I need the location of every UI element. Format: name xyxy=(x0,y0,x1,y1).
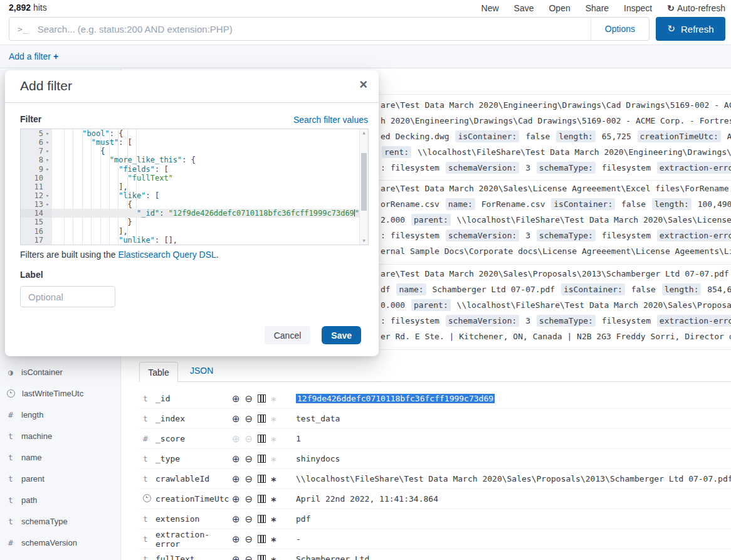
filter-for-value-icon[interactable]: ⊕ xyxy=(232,453,240,465)
filter-section-label: Filter xyxy=(20,114,41,124)
filter-for-value-icon[interactable]: ⊕ xyxy=(232,514,240,525)
filter-for-value-icon[interactable]: ⊕ xyxy=(232,494,240,505)
filter-out-value-icon[interactable]: ⊖ xyxy=(245,514,253,525)
field-badge: schemaVersion: xyxy=(446,162,520,174)
field-actions: ⊕⊖* xyxy=(232,393,290,404)
filter-query-editor[interactable]: 5▾6▾7▾8▾9▾101112▾13▾14151617 "bool": { "… xyxy=(20,129,369,245)
editor-scrollbar[interactable]: ▲ ▼ xyxy=(359,129,368,245)
refresh-button[interactable]: ↻ Refresh xyxy=(656,17,725,41)
filter-field-present-icon[interactable]: * xyxy=(271,499,276,505)
toggle-column-icon[interactable] xyxy=(258,394,266,403)
sidebar-field-schemaVersion[interactable]: #schemaVersion xyxy=(0,532,120,553)
line-number: 5 xyxy=(39,129,43,138)
filter-field-present-icon[interactable]: * xyxy=(271,478,276,485)
toggle-column-icon[interactable] xyxy=(258,455,266,463)
search-options-button[interactable]: Options xyxy=(591,18,649,40)
filter-out-value-icon[interactable]: ⊖ xyxy=(245,453,253,465)
sidebar-field-name[interactable]: tname xyxy=(0,446,120,468)
filter-for-value-icon[interactable]: ⊕ xyxy=(232,534,240,545)
toggle-column-icon[interactable] xyxy=(258,555,266,560)
filter-out-value-icon[interactable]: ⊖ xyxy=(245,494,253,505)
add-filter-link[interactable]: Add a filter+ xyxy=(9,51,58,61)
sidebar-field-schemaType[interactable]: tschemaType xyxy=(0,510,120,532)
hit-text-line: 2.000 parent: \\localhost\FileShare\Test… xyxy=(381,212,731,228)
sidebar-field-machine[interactable]: tmachine xyxy=(0,425,120,446)
nav-save-button[interactable]: Save xyxy=(514,3,534,13)
gutter-line: 8▾ xyxy=(21,156,52,164)
hit-text: \\localhost\FileShare\Test Data March 20… xyxy=(452,300,731,310)
sidebar-field-parent[interactable]: tparent xyxy=(0,468,120,489)
field-actions: ⊕⊖* xyxy=(232,453,290,465)
toggle-column-icon[interactable] xyxy=(258,495,266,503)
filter-for-value-icon[interactable]: ⊕ xyxy=(232,433,240,445)
filter-out-value-icon[interactable]: ⊖ xyxy=(245,433,253,445)
hit-text: 65,725 xyxy=(597,132,636,141)
toggle-column-icon[interactable] xyxy=(258,415,266,423)
filter-field-present-icon[interactable]: * xyxy=(271,438,276,445)
sidebar-field-lastWriteTimeUtc[interactable]: lastWriteTimeUtc xyxy=(0,383,120,404)
toggle-column-icon[interactable] xyxy=(258,535,266,543)
sidebar-field-length[interactable]: #length xyxy=(0,404,120,425)
filter-field-present-icon[interactable]: * xyxy=(271,539,276,545)
nav-share-button[interactable]: Share xyxy=(586,3,609,13)
search-input[interactable] xyxy=(36,23,591,35)
code-line: { xyxy=(52,147,359,156)
doc-field-row-crawlableId: tcrawlableId⊕⊖*\\localhost\FileShare\Tes… xyxy=(139,469,731,489)
filter-for-value-icon[interactable]: ⊕ xyxy=(232,473,240,485)
filter-label-input[interactable] xyxy=(20,286,115,307)
filter-out-value-icon[interactable]: ⊖ xyxy=(245,393,253,404)
nav-new-button[interactable]: New xyxy=(481,3,499,13)
sidebar-field-path[interactable]: tpath xyxy=(0,489,120,510)
save-button[interactable]: Save xyxy=(322,326,361,344)
query-dsl-link[interactable]: Elasticsearch Query DSL xyxy=(118,250,216,260)
close-icon[interactable]: × xyxy=(359,78,367,92)
filter-field-present-icon[interactable]: * xyxy=(271,418,276,425)
nav-inspect-button[interactable]: Inspect xyxy=(624,3,652,13)
tab-table[interactable]: Table xyxy=(139,362,178,382)
toggle-column-icon[interactable] xyxy=(258,435,266,443)
filter-field-present-icon[interactable]: * xyxy=(271,519,276,525)
hit-row-1[interactable]: are\Test Data March 2020\Engineering\Dra… xyxy=(381,97,731,176)
hit-text-line: ernal Sample Docs\Corporate docs\License… xyxy=(381,243,731,259)
hit-text-line: er Rd. E Ste. | Kitchener, ON, Canada | … xyxy=(381,329,731,344)
search-filter-values-link[interactable]: Search filter values xyxy=(293,115,368,125)
filter-out-value-icon[interactable]: ⊖ xyxy=(245,473,253,485)
sidebar-field-isContainer[interactable]: ◑isContainer xyxy=(0,361,120,383)
code-token: { xyxy=(128,200,132,209)
filter-field-present-icon[interactable]: * xyxy=(271,398,276,404)
field-badge: isContainer: xyxy=(561,283,625,295)
scroll-down-icon[interactable]: ▼ xyxy=(360,238,368,243)
nav-open-button[interactable]: Open xyxy=(549,3,570,13)
hit-text-line: df name: Schamberger Ltd 07-07.pdf isCon… xyxy=(381,282,731,297)
hit-text: Schamberger Ltd 07-07.pdf xyxy=(428,285,560,294)
cancel-button[interactable]: Cancel xyxy=(265,326,311,344)
filter-for-value-icon[interactable]: ⊕ xyxy=(232,554,240,560)
hit-text: 100,490 xyxy=(693,199,731,209)
code-token: ], xyxy=(118,227,127,236)
code-line: { xyxy=(52,200,359,209)
doc-field-row-fullText: tfullText⊕⊖*Schamberger Ltd xyxy=(139,549,731,560)
toggle-column-icon[interactable] xyxy=(258,515,266,523)
scrollbar-thumb[interactable] xyxy=(361,153,367,211)
filter-for-value-icon[interactable]: ⊕ xyxy=(232,393,240,404)
filter-field-present-icon[interactable]: * xyxy=(271,458,276,465)
scroll-up-icon[interactable]: ▲ xyxy=(360,130,368,135)
hit-text-line: h 2020\Engineering\Drawings\Cad Drawings… xyxy=(381,113,731,129)
filter-out-value-icon[interactable]: ⊖ xyxy=(245,534,253,545)
field-name: _type xyxy=(155,454,232,463)
line-number: 6 xyxy=(39,138,43,147)
filter-out-value-icon[interactable]: ⊖ xyxy=(245,554,253,560)
string-type-icon: t xyxy=(143,534,155,544)
auto-refresh-button[interactable]: ↻Auto-refresh xyxy=(667,3,725,13)
hit-row-2[interactable]: are\Test Data March 2020\Sales\License A… xyxy=(381,181,731,259)
search-box[interactable]: >_ Options xyxy=(9,17,649,41)
toggle-column-icon[interactable] xyxy=(258,475,266,483)
tab-json[interactable]: JSON xyxy=(190,366,213,376)
string-type-icon: t xyxy=(143,394,155,403)
hit-text-line: 0.000 parent: \\localhost\FileShare\Test… xyxy=(381,297,731,313)
number-type-icon: # xyxy=(143,434,155,443)
editor-code[interactable]: "bool": { "must": [ { "more_like_this": … xyxy=(52,129,359,245)
filter-for-value-icon[interactable]: ⊕ xyxy=(232,413,240,425)
hit-row-3[interactable]: are\Test Data March 2020\Sales\Proposals… xyxy=(381,266,731,344)
filter-out-value-icon[interactable]: ⊖ xyxy=(245,413,253,425)
